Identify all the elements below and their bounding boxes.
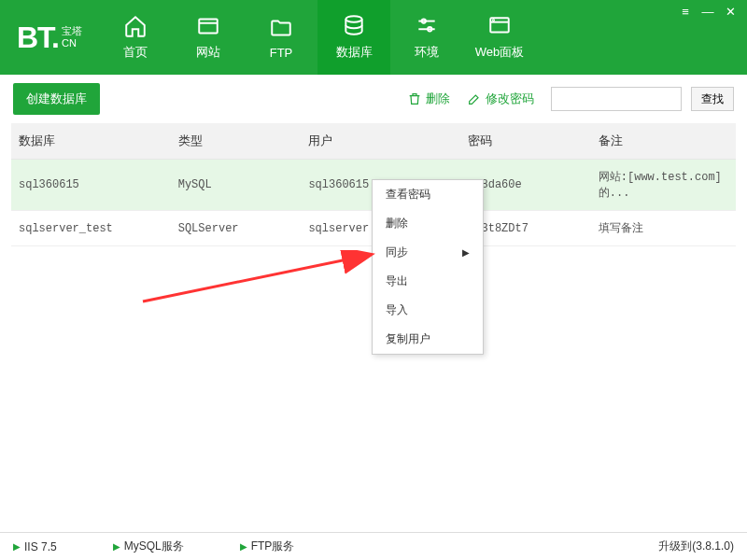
- logo-sub2: CN: [62, 37, 82, 49]
- play-icon: ▶: [113, 541, 120, 552]
- nav-home[interactable]: 首页: [99, 0, 172, 75]
- footer-ftp[interactable]: ▶FTP服务: [240, 539, 295, 554]
- nav-ftp[interactable]: FTP: [245, 0, 317, 75]
- delete-link[interactable]: 删除: [407, 91, 450, 107]
- footer: ▶IIS 7.5 ▶MySQL服务 ▶FTP服务 升级到(3.8.1.0): [0, 532, 747, 560]
- logo-sub1: 宝塔: [62, 25, 82, 37]
- svg-point-9: [493, 20, 494, 21]
- cell-remark: 填写备注: [591, 211, 736, 246]
- nav-label: 网站: [196, 44, 220, 61]
- website-icon: [196, 14, 220, 38]
- webpanel-icon: [487, 14, 512, 38]
- col-remark: 备注: [591, 123, 736, 160]
- svg-line-11: [143, 255, 370, 301]
- menu-import[interactable]: 导入: [373, 296, 483, 325]
- titlebar: BT. 宝塔 CN 首页 网站 FTP 数据库 环境 Web面板: [0, 0, 747, 75]
- nav-website[interactable]: 网站: [172, 0, 245, 75]
- menu-export[interactable]: 导出: [373, 267, 483, 296]
- footer-version[interactable]: 升级到(3.8.1.0): [658, 539, 734, 554]
- svg-point-2: [345, 16, 361, 22]
- minimize-button[interactable]: ―: [697, 4, 719, 19]
- home-icon: [123, 14, 148, 38]
- changepw-label: 修改密码: [486, 91, 534, 107]
- col-pass: 密码: [460, 123, 591, 160]
- chevron-right-icon: ▶: [462, 247, 470, 258]
- toolbar: 创建数据库 删除 修改密码 查找: [0, 75, 747, 123]
- close-button[interactable]: ✕: [719, 4, 741, 19]
- logo-text: BT.: [17, 21, 59, 55]
- svg-rect-0: [199, 19, 218, 33]
- play-icon: ▶: [13, 541, 21, 552]
- menu-button[interactable]: ≡: [674, 4, 697, 19]
- delete-label: 删除: [426, 91, 450, 107]
- logo: BT. 宝塔 CN: [0, 0, 99, 75]
- annotation-arrow: [138, 250, 381, 306]
- menu-copy-user[interactable]: 复制用户: [373, 325, 483, 354]
- context-menu: 查看密码 删除 同步▶ 导出 导入 复制用户: [372, 179, 484, 355]
- cell-db: sqlserver_test: [11, 211, 171, 246]
- database-icon: [342, 14, 366, 38]
- play-icon: ▶: [240, 541, 247, 552]
- cell-db: sql360615: [11, 160, 171, 211]
- nav-label: 数据库: [336, 44, 373, 61]
- nav-webpanel[interactable]: Web面板: [463, 0, 536, 75]
- menu-delete[interactable]: 删除: [373, 209, 483, 238]
- trash-icon: [407, 91, 422, 106]
- edit-icon: [467, 91, 482, 106]
- nav-label: Web面板: [475, 44, 525, 61]
- create-database-button[interactable]: 创建数据库: [13, 83, 100, 115]
- col-user: 用户: [301, 123, 460, 160]
- table-header-row: 数据库 类型 用户 密码 备注: [11, 123, 736, 160]
- window-controls: ≡ ― ✕: [674, 4, 741, 19]
- footer-iis[interactable]: ▶IIS 7.5: [13, 540, 57, 553]
- nav-label: 环境: [415, 44, 439, 61]
- col-db: 数据库: [11, 123, 171, 160]
- nav-env[interactable]: 环境: [390, 0, 463, 75]
- menu-view-password[interactable]: 查看密码: [373, 180, 483, 209]
- nav-label: 首页: [123, 44, 148, 61]
- footer-mysql[interactable]: ▶MySQL服务: [113, 539, 184, 554]
- search-input[interactable]: [551, 87, 682, 111]
- cell-type: SQLServer: [171, 211, 302, 246]
- nav-label: FTP: [270, 46, 293, 60]
- sliders-icon: [415, 14, 439, 38]
- folder-icon: [269, 16, 293, 40]
- search-button[interactable]: 查找: [691, 87, 734, 111]
- nav-database[interactable]: 数据库: [317, 0, 390, 75]
- cell-type: MySQL: [171, 160, 302, 211]
- col-type: 类型: [171, 123, 302, 160]
- menu-sync[interactable]: 同步▶: [373, 238, 483, 267]
- nav: 首页 网站 FTP 数据库 环境 Web面板: [99, 0, 747, 75]
- cell-remark: 网站:[www.test.com]的...: [591, 160, 736, 211]
- change-password-link[interactable]: 修改密码: [467, 91, 534, 107]
